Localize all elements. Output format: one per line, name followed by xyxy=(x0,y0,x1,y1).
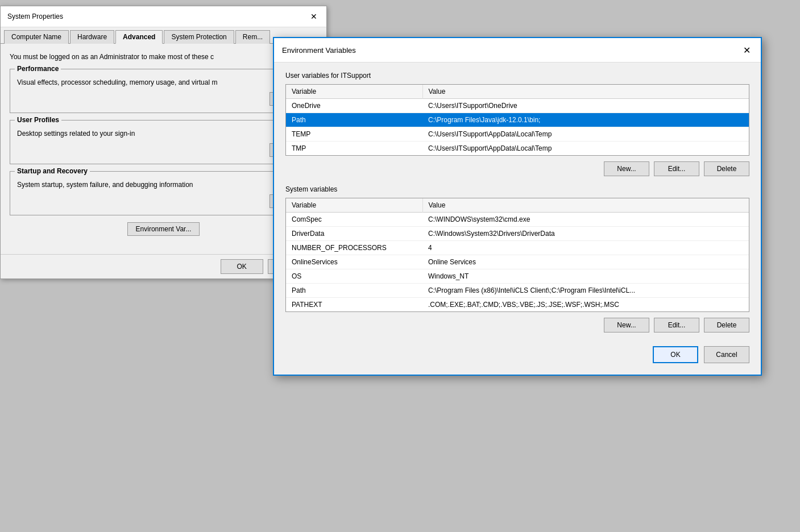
startup-recovery-label: Startup and Recovery xyxy=(15,167,90,175)
user-var-value: C:\Users\ITSupport\AppData\Local\Temp xyxy=(422,127,749,142)
system-var-value: Windows_NT xyxy=(422,269,749,284)
user-profiles-desc: Desktop settings related to your sign-in xyxy=(17,130,310,138)
system-properties-close-button[interactable]: ✕ xyxy=(308,11,320,22)
user-var-value: C:\Users\ITSupport\OneDrive xyxy=(422,99,749,113)
tab-advanced[interactable]: Advanced xyxy=(115,30,163,44)
env-dialog-cancel-button[interactable]: Cancel xyxy=(704,346,749,363)
system-var-value: Online Services xyxy=(422,255,749,269)
user-variables-table-container: Variable Value OneDrive C:\Users\ITSuppo… xyxy=(285,84,749,156)
user-var-row[interactable]: Path C:\Program Files\Java\jdk-12.0.1\bi… xyxy=(286,113,749,127)
system-var-value: .COM;.EXE;.BAT;.CMD;.VBS;.VBE;.JS;.JSE;.… xyxy=(422,298,749,312)
user-variables-buttons: New... Edit... Delete xyxy=(285,161,749,176)
tab-system-protection[interactable]: System Protection xyxy=(164,30,234,44)
user-profiles-label: User Profiles xyxy=(15,116,61,124)
system-var-name: OnlineServices xyxy=(286,255,422,269)
system-props-ok-button[interactable]: OK xyxy=(221,259,263,274)
system-var-value: C:\Program Files (x86)\Intel\iCLS Client… xyxy=(422,284,749,298)
system-variables-buttons: New... Edit... Delete xyxy=(285,318,749,332)
env-dialog-close-button[interactable]: ✕ xyxy=(740,44,753,56)
environment-variables-button[interactable]: Environment Var... xyxy=(127,222,200,236)
system-variables-section-title: System variables xyxy=(285,185,749,193)
system-delete-button[interactable]: Delete xyxy=(704,318,749,332)
system-var-row[interactable]: Path C:\Program Files (x86)\Intel\iCLS C… xyxy=(286,284,749,298)
env-dialog-ok-button[interactable]: OK xyxy=(653,346,698,363)
user-edit-button[interactable]: Edit... xyxy=(654,161,699,176)
user-table-header-variable: Variable xyxy=(286,85,422,99)
startup-recovery-section: Startup and Recovery System startup, sys… xyxy=(10,171,317,215)
performance-desc: Visual effects, processor scheduling, me… xyxy=(17,78,310,86)
user-table-header-value: Value xyxy=(422,85,749,99)
user-var-row[interactable]: TMP C:\Users\ITSupport\AppData\Local\Tem… xyxy=(286,142,749,156)
user-variables-section-title: User variables for ITSupport xyxy=(285,72,749,80)
system-var-name: Path xyxy=(286,284,422,298)
system-var-row[interactable]: ComSpec C:\WINDOWS\system32\cmd.exe xyxy=(286,213,749,227)
user-var-value: C:\Users\ITSupport\AppData\Local\Temp xyxy=(422,142,749,156)
system-var-name: PATHEXT xyxy=(286,298,422,312)
user-var-name: TEMP xyxy=(286,127,422,142)
system-var-row[interactable]: DriverData C:\Windows\System32\Drivers\D… xyxy=(286,227,749,241)
tab-hardware[interactable]: Hardware xyxy=(70,30,114,44)
system-properties-titlebar: System Properties ✕ xyxy=(1,6,326,27)
env-dialog-body: User variables for ITSupport Variable Va… xyxy=(274,63,761,375)
system-var-value: 4 xyxy=(422,241,749,255)
system-variables-table: Variable Value ComSpec C:\WINDOWS\system… xyxy=(286,198,749,311)
system-new-button[interactable]: New... xyxy=(604,318,649,332)
user-variables-table: Variable Value OneDrive C:\Users\ITSuppo… xyxy=(286,85,749,155)
user-new-button[interactable]: New... xyxy=(604,161,649,176)
system-table-header-value: Value xyxy=(422,198,749,213)
system-var-name: ComSpec xyxy=(286,213,422,227)
user-var-name: OneDrive xyxy=(286,99,422,113)
system-var-row[interactable]: OnlineServices Online Services xyxy=(286,255,749,269)
tab-remote[interactable]: Rem... xyxy=(235,30,270,44)
system-var-value: C:\WINDOWS\system32\cmd.exe xyxy=(422,213,749,227)
env-dialog-title: Environment Variables xyxy=(282,46,356,55)
env-dialog-bottom-buttons: OK Cancel xyxy=(285,342,749,365)
user-var-name: Path xyxy=(286,113,422,127)
tab-computer-name[interactable]: Computer Name xyxy=(4,30,69,44)
system-table-header-row: Variable Value xyxy=(286,198,749,213)
system-var-name: DriverData xyxy=(286,227,422,241)
user-var-row[interactable]: TEMP C:\Users\ITSupport\AppData\Local\Te… xyxy=(286,127,749,142)
user-var-row[interactable]: OneDrive C:\Users\ITSupport\OneDrive xyxy=(286,99,749,113)
user-var-value: C:\Program Files\Java\jdk-12.0.1\bin; xyxy=(422,113,749,127)
admin-text: You must be logged on as an Administrato… xyxy=(10,53,317,61)
env-dialog-titlebar: Environment Variables ✕ xyxy=(274,38,761,63)
system-edit-button[interactable]: Edit... xyxy=(654,318,699,332)
performance-section: Performance Visual effects, processor sc… xyxy=(10,69,317,113)
user-table-header-row: Variable Value xyxy=(286,85,749,99)
user-delete-button[interactable]: Delete xyxy=(704,161,749,176)
system-var-name: NUMBER_OF_PROCESSORS xyxy=(286,241,422,255)
user-profiles-section: User Profiles Desktop settings related t… xyxy=(10,120,317,164)
startup-recovery-desc: System startup, system failure, and debu… xyxy=(17,181,310,189)
system-var-row[interactable]: NUMBER_OF_PROCESSORS 4 xyxy=(286,241,749,255)
performance-label: Performance xyxy=(15,65,61,73)
env-var-button-row: Environment Var... xyxy=(10,222,317,236)
system-var-name: OS xyxy=(286,269,422,284)
environment-variables-dialog: Environment Variables ✕ User variables f… xyxy=(273,37,762,376)
system-table-header-variable: Variable xyxy=(286,198,422,213)
system-var-row[interactable]: PATHEXT .COM;.EXE;.BAT;.CMD;.VBS;.VBE;.J… xyxy=(286,298,749,312)
system-var-row[interactable]: OS Windows_NT xyxy=(286,269,749,284)
system-properties-title: System Properties xyxy=(7,13,63,20)
system-variables-table-container[interactable]: Variable Value ComSpec C:\WINDOWS\system… xyxy=(285,198,749,312)
user-var-name: TMP xyxy=(286,142,422,156)
system-var-value: C:\Windows\System32\Drivers\DriverData xyxy=(422,227,749,241)
